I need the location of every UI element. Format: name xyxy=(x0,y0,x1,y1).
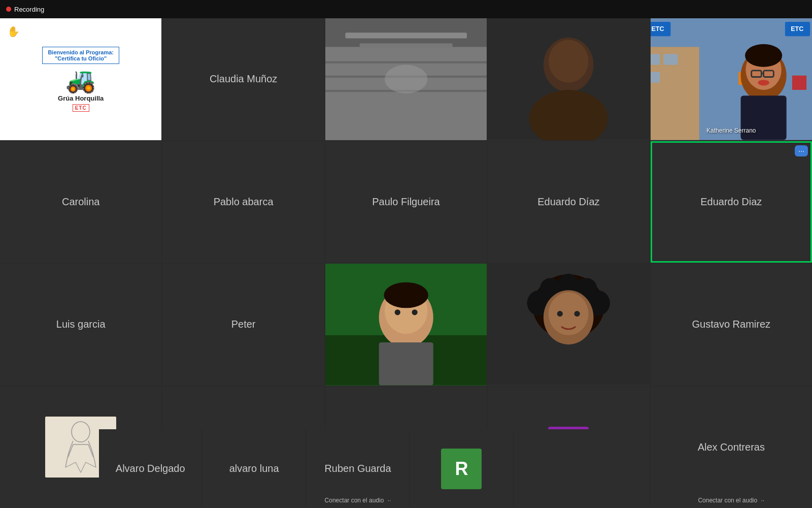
ruben-name: Ruben Guarda xyxy=(324,463,391,474)
svg-rect-14 xyxy=(651,54,660,65)
cell-ruben: Ruben Guarda Conectar con el audio ·· xyxy=(307,429,409,508)
svg-point-49 xyxy=(557,311,563,316)
recording-label: Recording xyxy=(14,6,44,13)
svg-rect-39 xyxy=(379,342,433,386)
cell-video1 xyxy=(325,18,487,140)
luis-name: Luis garcia xyxy=(56,319,106,330)
cell-empty xyxy=(514,429,617,508)
alvaro-l-name: alvaro luna xyxy=(229,463,279,474)
katherine-label: Katherine Serrano xyxy=(651,123,812,138)
bottom-row: Alvaro Delgado alvaro luna Ruben Guarda … xyxy=(99,429,617,508)
pablo-name: Pablo abarca xyxy=(214,196,274,208)
svg-point-11 xyxy=(549,40,589,83)
cell-gustavo: Gustavo Ramirez xyxy=(651,264,812,386)
svg-rect-16 xyxy=(651,72,660,83)
recording-indicator xyxy=(6,7,11,12)
cell-pablo: Pablo abarca xyxy=(162,141,324,263)
alvaro-d-name: Alvaro Delgado xyxy=(116,463,185,474)
cell-video2 xyxy=(488,18,649,140)
svg-point-37 xyxy=(394,309,400,315)
svg-rect-23 xyxy=(792,76,806,90)
svg-rect-15 xyxy=(663,54,678,65)
video2-svg xyxy=(488,18,649,140)
ruben-connect-audio[interactable]: Conectar con el audio ·· xyxy=(307,497,409,504)
claudia-name: Claudia Muñoz xyxy=(210,73,277,85)
svg-point-26 xyxy=(745,44,782,67)
hand-icon: ✋ xyxy=(7,25,20,38)
svg-rect-4 xyxy=(325,61,487,64)
cell-presentation: ✋ Bienvenido al Programa: "Certifica tu … xyxy=(0,18,161,140)
r-avatar: R xyxy=(441,449,482,489)
presentation-subtitle: Grúa Horquilla xyxy=(58,94,104,102)
topbar: Recording xyxy=(0,0,812,18)
forklift-icon: 🚜 xyxy=(65,68,96,92)
cell-alex: Alex Contreras Conectar con el audio ·· xyxy=(651,387,812,509)
cell-claudia: Claudia Muñoz xyxy=(162,18,324,140)
cell-video-woman xyxy=(488,264,649,386)
svg-point-7 xyxy=(385,65,428,93)
etc-logo: ETC xyxy=(73,104,89,112)
svg-rect-1 xyxy=(325,18,487,47)
video-man-svg xyxy=(325,264,487,386)
cell-eduardo2: ··· Eduardo Diaz xyxy=(651,141,812,263)
video-woman-svg xyxy=(488,264,649,386)
svg-rect-2 xyxy=(345,33,467,38)
video1-svg xyxy=(325,18,487,140)
alex-name: Alex Contreras xyxy=(698,441,765,453)
cell-eduardo1: Eduardo Díaz xyxy=(488,141,649,263)
cell-video-man xyxy=(325,264,487,386)
katherine-video: ETC ETC xyxy=(651,18,812,140)
svg-point-50 xyxy=(574,311,580,316)
gustavo-name: Gustavo Ramirez xyxy=(692,319,771,330)
svg-point-30 xyxy=(758,80,769,85)
eduardo1-name: Eduardo Díaz xyxy=(537,196,599,208)
cell-luis: Luis garcia xyxy=(0,264,161,386)
cell-r-avatar: R xyxy=(410,429,513,508)
eduardo2-name: Eduardo Diaz xyxy=(700,196,762,208)
presentation-title: Bienvenido al Programa: "Certifica tu Of… xyxy=(42,47,119,64)
cell-alvaro-l: alvaro luna xyxy=(202,429,305,508)
svg-point-36 xyxy=(384,282,428,308)
more-options-btn[interactable]: ··· xyxy=(795,145,808,156)
alex-connect-audio[interactable]: Conectar con el audio ·· xyxy=(651,497,812,504)
svg-text:ETC: ETC xyxy=(651,25,664,33)
carolina-name: Carolina xyxy=(62,196,99,208)
svg-rect-3 xyxy=(359,43,452,47)
cell-alvaro-d: Alvaro Delgado xyxy=(99,429,201,508)
cell-paulo: Paulo Filgueira xyxy=(325,141,487,263)
svg-text:ETC: ETC xyxy=(791,25,803,33)
svg-point-38 xyxy=(412,309,417,315)
cell-carolina: Carolina xyxy=(0,141,161,263)
peter-name: Peter xyxy=(231,319,256,330)
cell-katherine: ETC ETC Katherine Serrano xyxy=(651,18,812,140)
paulo-name: Paulo Filgueira xyxy=(372,196,439,208)
cell-peter: Peter xyxy=(162,264,324,386)
